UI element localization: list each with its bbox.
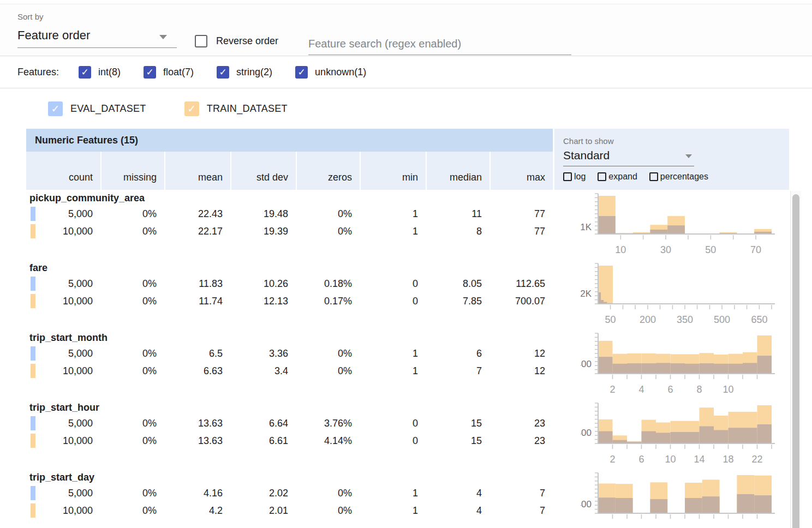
stat-cell: 10,000 [26,432,100,449]
train-stats-row: 10,0000%22.1719.390%1877 [26,223,553,240]
stat-cell: 12.13 [230,292,296,310]
expand-checkbox[interactable] [598,172,606,181]
stat-cell: 12 [489,345,553,362]
stat-cell: 5,000 [26,205,100,223]
x-tick-label: 70 [750,244,761,255]
stat-cell: 0 [360,275,426,292]
eval-dataset-label: EVAL_DATASET [70,103,146,115]
dataset-train[interactable]: ✓ TRAIN_DATASET [184,101,288,116]
scrollbar-thumb[interactable] [792,194,799,528]
stat-cell: 0% [100,362,164,380]
stat-cell: 23 [489,415,553,432]
stat-cell: 0.17% [296,292,360,310]
feature-block-trip_start_hour: trip_start_hour5,0000%13.636.643.76%0152… [26,399,553,469]
unknown-checkbox[interactable]: ✓ [295,66,308,79]
eval-swatch [31,207,35,221]
stat-cell: 1 [360,345,426,362]
col-mean: mean [164,152,230,190]
eval-dataset-checkbox[interactable]: ✓ [48,101,63,116]
chart-type-value: Standard [563,149,610,162]
stat-cell: 6.64 [230,415,296,432]
col-median: median [426,152,489,190]
window-top-divider [0,0,812,4]
sort-by-label: Sort by [17,12,44,21]
stat-cell: 11 [426,205,489,223]
stat-cell: 7 [489,502,553,519]
x-tick-label: 350 [677,314,693,325]
histogram-svg: 2610141822400 [581,399,778,468]
log-label: log [574,172,586,182]
stats-table: Numeric Features (15) count missing mean… [26,129,553,528]
stat-cell: 19.48 [230,205,296,223]
eval-stats-row: 5,0000%11.8310.260.18%08.05112.65 [26,275,553,292]
percentages-checkbox[interactable] [649,172,658,181]
train-swatch [31,294,35,308]
stat-cell: 22.17 [164,223,230,240]
reverse-order-control[interactable]: Reverse order [195,35,278,47]
features-label: Features: [17,67,59,78]
stat-cell: 0.18% [296,275,360,292]
stat-cell: 0% [100,345,164,362]
chart-controls: Chart to show Standard log expand percen… [554,129,789,190]
log-checkbox[interactable] [563,172,572,181]
stat-cell: 3.4 [230,362,296,380]
string-checkbox[interactable]: ✓ [217,66,229,79]
eval-swatch [31,277,35,291]
filter-unknown[interactable]: ✓ unknown(1) [295,66,366,79]
reverse-order-checkbox[interactable] [195,35,207,47]
stat-cell: 77 [489,223,553,240]
histogram-fare: 502003505006502K [581,260,789,329]
stat-cell: 10,000 [26,223,100,240]
feature-search-input[interactable] [308,33,571,55]
stat-cell: 0% [100,223,164,240]
expand-option[interactable]: expand [598,172,637,182]
x-tick-label: 10 [615,244,626,255]
eval-stats-row: 5,0000%22.4319.480%11177 [26,205,553,223]
stat-cell: 7 [426,362,489,380]
stat-cell: 4.14% [296,432,360,449]
histograms: 103050701K502003505006502K24681040026101… [554,190,789,528]
col-stddev: std dev [230,152,296,190]
train-swatch [31,224,35,238]
int-checkbox[interactable]: ✓ [79,66,91,79]
stat-cell: 1 [360,362,426,380]
stat-cell: 700.07 [489,292,553,310]
stat-cell: 0% [296,345,360,362]
train-stats-row: 10,0000%13.636.614.14%01523 [26,432,553,449]
dropdown-arrow-icon [685,154,692,158]
sort-by-select[interactable]: Feature order [17,25,177,48]
toolbar: Sort by Feature order Reverse order [0,4,812,56]
float-checkbox[interactable]: ✓ [144,66,156,79]
string-label: string(2) [236,67,272,78]
sort-by-value: Feature order [17,28,90,43]
chart-options: log expand percentages [563,172,789,182]
percentages-option[interactable]: percentages [649,172,708,182]
filter-string[interactable]: ✓ string(2) [217,66,272,79]
histogram-svg: 400 [581,469,778,528]
col-min: min [360,152,426,190]
stat-cell: 1 [360,484,426,502]
x-tick-label: 4 [638,384,644,395]
histogram-svg: 246810400 [581,329,778,398]
train-swatch [31,364,35,378]
stat-cell: 12 [489,362,553,380]
stat-cell: 3.36 [230,345,296,362]
filter-int[interactable]: ✓ int(8) [79,66,121,79]
dataset-eval[interactable]: ✓ EVAL_DATASET [48,101,146,116]
x-tick-label: 500 [714,314,730,325]
train-stats-row: 10,0000%11.7412.130.17%07.85700.07 [26,292,553,310]
x-tick-label: 6 [668,384,673,395]
eval-swatch [31,416,35,430]
filter-float[interactable]: ✓ float(7) [144,66,194,79]
y-tick-label: 400 [581,499,592,509]
chart-type-select[interactable]: Standard [563,147,694,166]
log-option[interactable]: log [563,172,586,182]
x-tick-label: 6 [638,454,644,465]
stat-cell: 6.61 [230,432,296,449]
train-dataset-checkbox[interactable]: ✓ [184,101,199,116]
stat-cell: 15 [426,415,489,432]
dataset-legend: ✓ EVAL_DATASET ✓ TRAIN_DATASET [0,88,812,129]
y-tick-label: 2K [581,289,592,299]
eval-stats-row: 5,0000%13.636.643.76%01523 [26,415,553,432]
vertical-scrollbar[interactable] [790,191,801,528]
